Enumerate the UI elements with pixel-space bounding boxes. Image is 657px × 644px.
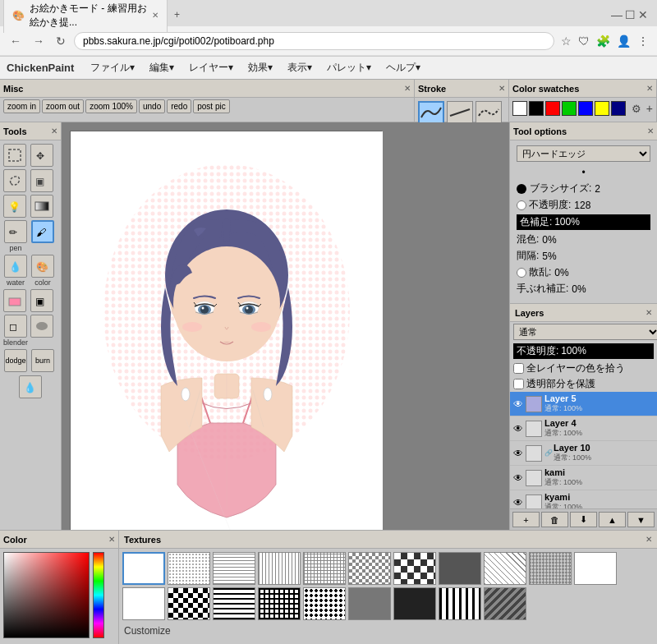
texture-coarse[interactable]: [393, 552, 436, 585]
layer10-eye-icon[interactable]: 👁: [513, 448, 523, 459]
color-gradient-picker[interactable]: [3, 552, 90, 638]
undo-button[interactable]: undo: [139, 99, 165, 113]
swatch-white[interactable]: [512, 101, 527, 116]
swatch-black[interactable]: [529, 101, 544, 116]
tool-gradient-button[interactable]: [30, 195, 53, 218]
refresh-button[interactable]: ↻: [53, 33, 69, 49]
texture-photo2[interactable]: [484, 587, 526, 620]
texture-stripe[interactable]: [439, 587, 481, 620]
url-input[interactable]: [74, 32, 554, 50]
shield-icon[interactable]: 🛡: [577, 33, 591, 49]
texture-cross[interactable]: [303, 552, 346, 585]
layer-item-layer10[interactable]: 👁 🔗 Layer 10 通常: 100%: [510, 441, 657, 466]
browser-tab[interactable]: 🎨 お絵かきモード - 練習用お絵かき提... ✕: [3, 0, 168, 33]
add-layer-button[interactable]: +: [512, 512, 540, 527]
swatches-gear-icon[interactable]: ⚙: [632, 103, 641, 115]
textures-close-button[interactable]: ✕: [646, 535, 652, 544]
swatches-add-button[interactable]: +: [643, 102, 653, 115]
menu-edit[interactable]: 編集▾: [143, 58, 181, 77]
account-icon[interactable]: 👤: [615, 33, 632, 49]
texture-noise2[interactable]: [348, 587, 391, 620]
tool-blender-button[interactable]: ◻: [4, 315, 27, 338]
tool-lasso-button[interactable]: [3, 169, 26, 192]
texture-dark[interactable]: [439, 552, 481, 585]
preserve-transparency-checkbox[interactable]: [513, 379, 524, 389]
tool-brush-button[interactable]: 🖌: [31, 220, 54, 243]
kyami-eye-icon[interactable]: 👁: [513, 497, 523, 508]
swatch-blue[interactable]: [578, 101, 593, 116]
tab-close-button[interactable]: ✕: [152, 11, 159, 20]
tool-pen-button[interactable]: ✏: [4, 220, 27, 243]
tool-eraser-button[interactable]: [3, 289, 26, 312]
texture-photo[interactable]: [574, 552, 617, 585]
texture-blank[interactable]: [122, 552, 165, 585]
forward-button[interactable]: →: [30, 33, 48, 49]
layer-item-kami[interactable]: 👁 kami 通常: 100%: [510, 466, 657, 490]
tool-eyedropper-button[interactable]: 💡: [3, 195, 26, 218]
texture-lines3[interactable]: [213, 587, 255, 620]
merge-layer-button[interactable]: ⬇: [570, 512, 597, 527]
tool-color-button[interactable]: 🎨: [31, 255, 54, 278]
swatch-yellow[interactable]: [595, 101, 609, 116]
zoom-out-button[interactable]: zoom out: [42, 99, 84, 113]
tool-watercolor-button[interactable]: 💧: [4, 255, 27, 278]
menu-help[interactable]: ヘルプ▾: [379, 58, 427, 77]
texture-lines-v[interactable]: [258, 552, 301, 585]
texture-check2[interactable]: [168, 587, 210, 620]
swatch-red[interactable]: [545, 101, 560, 116]
layer-item-kyami[interactable]: 👁 kyami 通常: 100%: [510, 490, 657, 508]
all-layers-color-checkbox[interactable]: [513, 363, 524, 374]
extension-icon[interactable]: 🧩: [595, 33, 612, 49]
textures-footer[interactable]: Customize: [119, 623, 657, 638]
layer4-eye-icon[interactable]: 👁: [513, 423, 523, 435]
menu-view[interactable]: 表示▾: [281, 58, 319, 77]
canvas-area[interactable]: [62, 122, 509, 530]
misc-close-button[interactable]: ✕: [404, 84, 411, 93]
back-button[interactable]: ←: [7, 33, 25, 49]
maximize-button[interactable]: ☐: [624, 9, 636, 21]
stroke-scurve-button[interactable]: [476, 101, 502, 124]
tool-extra-button[interactable]: 💧: [19, 375, 42, 398]
layer-item-layer4[interactable]: 👁 Layer 4 通常: 100%: [510, 416, 657, 441]
texture-dark2[interactable]: [393, 587, 436, 620]
brush-type-select[interactable]: 円ハードエッジ: [517, 145, 650, 162]
texture-noise[interactable]: [529, 552, 572, 585]
zoom-in-button[interactable]: zoom in: [3, 99, 40, 113]
hue-strip[interactable]: [93, 552, 104, 638]
tool-move-button[interactable]: ✥: [30, 144, 53, 167]
tool-burn-button[interactable]: burn: [31, 349, 54, 372]
menu-layer[interactable]: レイヤー▾: [182, 58, 240, 77]
texture-lines-h[interactable]: [213, 552, 255, 585]
bookmark-icon[interactable]: ☆: [559, 33, 573, 49]
stroke-line-button[interactable]: [447, 101, 473, 124]
tool-options-close-button[interactable]: ✕: [647, 126, 654, 136]
scatter-radio[interactable]: [517, 268, 526, 278]
color-close-button[interactable]: ✕: [108, 535, 115, 544]
texture-dots[interactable]: [168, 552, 210, 585]
delete-layer-button[interactable]: 🗑: [541, 512, 568, 527]
texture-lines-d[interactable]: [484, 552, 526, 585]
menu-effects[interactable]: 効果▾: [241, 58, 279, 77]
layer-item-layer5[interactable]: 👁 Layer 5 通常: 100%: [510, 392, 657, 416]
layers-close-button[interactable]: ✕: [646, 308, 652, 317]
tools-close-button[interactable]: ✕: [51, 126, 57, 136]
tool-smudge-button[interactable]: ▣: [30, 289, 53, 312]
stroke-close-button[interactable]: ✕: [498, 84, 505, 93]
move-layer-down-button[interactable]: ▼: [627, 512, 655, 527]
color-swatches-close-button[interactable]: ✕: [646, 84, 653, 93]
texture-check[interactable]: [348, 552, 391, 585]
menu-icon[interactable]: ⋮: [636, 33, 650, 49]
texture-blank2[interactable]: [122, 587, 165, 620]
zoom-100-button[interactable]: zoom 100%: [85, 99, 137, 113]
tool-dodge-button[interactable]: dodge: [4, 349, 27, 372]
move-layer-up-button[interactable]: ▲: [599, 512, 626, 527]
tool-select-button[interactable]: [3, 144, 26, 167]
tool-smear-button[interactable]: [30, 315, 53, 338]
menu-palette[interactable]: パレット▾: [320, 58, 378, 77]
new-tab-button[interactable]: +: [168, 6, 186, 24]
texture-dots2[interactable]: [303, 587, 346, 620]
tool-fill-button[interactable]: ▣: [30, 169, 53, 192]
kami-eye-icon[interactable]: 👁: [513, 472, 523, 484]
post-pic-button[interactable]: post pic: [193, 99, 229, 113]
close-browser-button[interactable]: ✕: [637, 9, 649, 21]
